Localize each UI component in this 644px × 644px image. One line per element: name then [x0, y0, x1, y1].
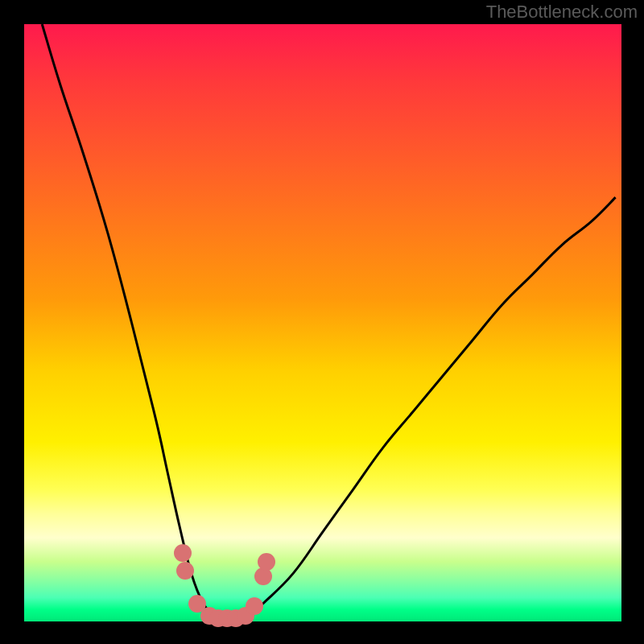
- watermark-text: TheBottleneck.com: [486, 2, 638, 23]
- data-marker: [258, 553, 275, 571]
- data-marker: [254, 568, 272, 585]
- data-marker: [174, 544, 192, 562]
- bottleneck-curve: [24, 24, 621, 621]
- data-marker: [246, 597, 263, 615]
- data-marker: [176, 562, 194, 580]
- chart-plot-area: [24, 24, 621, 621]
